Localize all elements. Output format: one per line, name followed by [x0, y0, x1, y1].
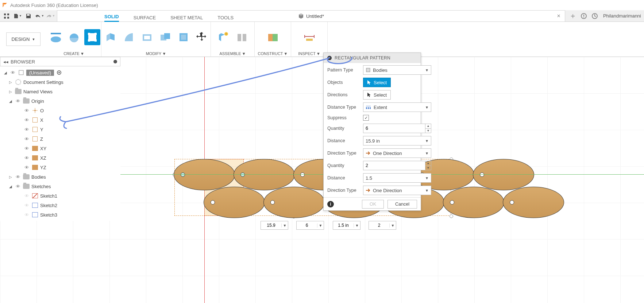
ribbon-tab-surface[interactable]: SURFACE — [134, 15, 156, 22]
quantity1-field[interactable] — [363, 124, 425, 133]
ribbon-tab-sheetmetal[interactable]: SHEET METAL — [170, 15, 203, 22]
group-construct[interactable]: CONSTRUCT▼ — [258, 51, 288, 56]
workspace-switcher[interactable]: DESIGN▼ — [0, 22, 47, 57]
info-icon[interactable]: i — [327, 201, 334, 207]
expand-icon[interactable]: ◢ — [8, 184, 13, 189]
cancel-button[interactable]: Cancel — [387, 200, 417, 209]
tree-origin-y[interactable]: 👁Y — [0, 125, 120, 134]
group-inspect[interactable]: INSPECT▼ — [298, 51, 320, 56]
distance1-input[interactable]: 15.9 in▼ — [363, 136, 431, 145]
expand-icon[interactable]: ▷ — [8, 175, 13, 179]
visibility-icon[interactable]: 👁 — [23, 136, 30, 142]
measure-icon[interactable] — [301, 29, 317, 45]
press-pull-icon[interactable] — [103, 29, 119, 45]
visibility-icon[interactable]: 👁 — [23, 108, 30, 113]
handle-br[interactable] — [450, 214, 453, 218]
visibility-icon[interactable]: 👁 — [23, 146, 30, 151]
spin-up-icon[interactable]: ▲ — [425, 161, 431, 166]
ribbon-tab-solid[interactable]: SOLID — [104, 14, 119, 22]
spin-down-icon[interactable]: ▼ — [425, 166, 431, 170]
redo-icon[interactable]: ▼ — [45, 11, 55, 21]
shell-icon[interactable] — [139, 29, 155, 45]
handle-bottom[interactable] — [292, 215, 296, 218]
group-create[interactable]: CREATE▼ — [63, 51, 84, 56]
tree-origin[interactable]: ◢👁Origin — [0, 96, 120, 106]
tree-sketch2[interactable]: 👁Sketch2 — [0, 201, 120, 210]
undo-icon[interactable]: ▼ — [34, 11, 45, 21]
tree-root[interactable]: ◢ 👁 (Unsaved) — [0, 68, 120, 77]
visibility-icon[interactable]: 👁 — [23, 127, 30, 132]
tree-origin-x[interactable]: 👁X — [0, 115, 120, 125]
visibility-icon[interactable]: 👁 — [15, 184, 21, 189]
pattern-distance2-float[interactable]: ▼ — [333, 221, 360, 230]
visibility-icon[interactable]: 👁 — [23, 117, 30, 123]
collapse-dialog-icon[interactable]: − — [327, 56, 332, 60]
create-form-icon[interactable] — [66, 29, 82, 45]
visibility-icon[interactable]: 👁 — [23, 212, 30, 218]
save-icon[interactable] — [23, 11, 34, 21]
joint-icon[interactable] — [234, 29, 250, 45]
visibility-icon[interactable]: 👁 — [23, 193, 30, 199]
dialog-titlebar[interactable]: − RECTANGULAR PATTERN — [324, 53, 421, 63]
tree-named-views[interactable]: ▷Named Views — [0, 87, 120, 96]
visibility-icon[interactable]: 👁 — [9, 70, 16, 75]
file-menu-icon[interactable]: ▼ — [12, 11, 23, 21]
quantity1-input[interactable]: ▲▼ — [363, 124, 431, 133]
combine-icon[interactable] — [157, 29, 173, 45]
direction1-dropdown[interactable]: One Direction▼ — [363, 148, 431, 158]
pattern-qty2-input[interactable] — [369, 223, 389, 228]
ok-button[interactable]: OK — [362, 200, 384, 209]
pattern-qty1-float[interactable]: ▼ — [296, 221, 324, 230]
new-component-icon[interactable] — [216, 29, 232, 45]
tree-origin-o[interactable]: 👁O — [0, 106, 120, 115]
create-box-icon[interactable] — [84, 29, 100, 45]
handle-left[interactable] — [173, 173, 176, 176]
quantity2-input[interactable]: ▲▼ — [363, 161, 431, 170]
suppress-checkbox[interactable]: ✓ — [363, 115, 369, 121]
handle-right[interactable] — [450, 158, 453, 161]
notifications-icon[interactable] — [579, 11, 589, 21]
directions-select-button[interactable]: Select — [363, 90, 391, 100]
visibility-icon[interactable]: 👁 — [23, 155, 30, 161]
tree-doc-settings[interactable]: ▷Document Settings — [0, 77, 120, 87]
pattern-distance2-input[interactable] — [333, 223, 354, 228]
user-menu[interactable]: Philandmarimanni — [603, 13, 641, 19]
tree-origin-xz[interactable]: 👁XZ — [0, 153, 120, 163]
distance2-input[interactable]: 1.5▼ — [363, 173, 431, 183]
close-tab-icon[interactable]: × — [557, 13, 560, 19]
new-sketch-icon[interactable] — [48, 29, 64, 45]
visibility-icon[interactable]: 👁 — [23, 203, 30, 208]
ribbon-tab-tools[interactable]: TOOLS — [217, 15, 234, 22]
tree-origin-xy[interactable]: 👁XY — [0, 144, 120, 153]
fillet-icon[interactable] — [121, 29, 137, 45]
direction2-dropdown[interactable]: One Direction▼ — [363, 186, 431, 195]
visibility-icon[interactable]: 👁 — [15, 174, 21, 180]
distance-type-dropdown[interactable]: Extent▼ — [363, 102, 431, 112]
collapse-browser-icon[interactable]: ◂◂ — [3, 59, 8, 65]
spin-up-icon[interactable]: ▲ — [425, 124, 431, 129]
tree-sketch3[interactable]: 👁Sketch3 — [0, 210, 120, 220]
browser-header[interactable]: ◂◂ BROWSER — [0, 57, 120, 66]
visibility-icon[interactable]: 👁 — [15, 98, 21, 104]
group-modify[interactable]: MODIFY▼ — [146, 51, 166, 56]
pattern-distance1-float[interactable]: ▼ — [261, 221, 288, 230]
pattern-distance1-input[interactable] — [261, 223, 281, 228]
data-panel-icon[interactable] — [1, 11, 12, 21]
activate-icon[interactable] — [57, 70, 61, 75]
visibility-icon[interactable]: 👁 — [23, 165, 30, 170]
tree-bodies[interactable]: ▷👁Bodies — [0, 172, 120, 182]
expand-icon[interactable]: ◢ — [8, 99, 13, 103]
quantity2-field[interactable] — [363, 161, 425, 170]
new-tab-icon[interactable]: ＋ — [568, 11, 578, 21]
pattern-type-dropdown[interactable]: Bodies▼ — [363, 65, 431, 75]
objects-select-button[interactable]: Select — [363, 78, 391, 87]
expand-icon[interactable]: ◢ — [3, 71, 8, 75]
align-icon[interactable] — [176, 29, 192, 45]
expand-icon[interactable]: ▷ — [8, 80, 13, 84]
expand-icon[interactable]: ▷ — [8, 90, 13, 94]
tree-sketches[interactable]: ◢👁Sketches — [0, 182, 120, 191]
tree-origin-z[interactable]: 👁Z — [0, 134, 120, 144]
pattern-qty2-float[interactable]: ▼ — [369, 221, 396, 230]
pattern-qty1-input[interactable] — [297, 223, 317, 228]
tree-origin-yz[interactable]: 👁YZ — [0, 163, 120, 172]
